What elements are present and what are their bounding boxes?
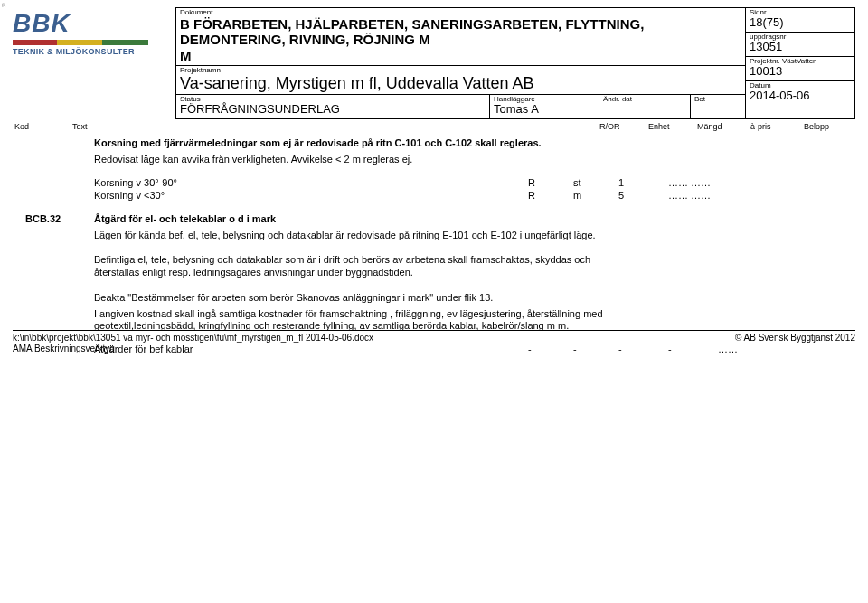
dokument-value-line2: M <box>180 48 192 63</box>
row-mangd: 5 <box>618 190 668 201</box>
handlaggare-value: Tomas A <box>490 103 599 118</box>
row-apris <box>668 177 718 188</box>
row-belopp <box>718 177 768 188</box>
section-p1: Lägen för kända bef. el, tele, belysning… <box>94 230 637 242</box>
row-text: Korsning v 30°-90° <box>94 177 528 188</box>
logo-subtitle: TEKNIK & MILJÖKONSULTER <box>13 47 166 56</box>
logo: BBK TEKNIK & MILJÖKONSULTER <box>13 9 166 56</box>
uppdragsnr-value: 13051 <box>746 41 854 56</box>
projektnamn-label: Projektnamn <box>176 66 745 74</box>
table-row: Korsning v 30°-90° R st 1 <box>94 177 855 188</box>
section-p3: Beakta "Bestämmelser för arbeten som ber… <box>94 292 637 305</box>
section-title: Åtgärd för el- och telekablar o d i mark <box>94 213 637 226</box>
row-ror: R <box>528 190 573 201</box>
logo-text: BBK <box>13 9 166 38</box>
page-corner-mark: ᴿ <box>2 2 5 12</box>
document-header: BBK TEKNIK & MILJÖKONSULTER Dokument B F… <box>13 7 855 119</box>
intro-p1: Korsning med fjärrvärmeledningar som ej … <box>94 137 637 150</box>
dokument-value-line1: B FÖRARBETEN, HJÄLPARBETEN, SANERINGSARB… <box>180 16 644 47</box>
footer-tool: AMA Beskrivningsverktyg <box>13 344 373 354</box>
logo-stripe-icon <box>13 40 148 45</box>
bet-label: Bet <box>691 95 745 103</box>
row-enhet: st <box>573 177 618 188</box>
bet-value <box>691 103 745 105</box>
row-belopp <box>718 190 768 201</box>
col-belopp: Belopp <box>802 121 855 132</box>
status-value: FÖRFRÅGNINGSUNDERLAG <box>176 103 489 118</box>
projektnamn-value: Va-sanering, Myrstigen m fl, Uddevalla V… <box>176 74 745 95</box>
col-apris: à-pris <box>749 121 802 132</box>
col-mangd: Mängd <box>695 121 749 132</box>
footer-copyright: © AB Svensk Byggtjänst 2012 <box>735 333 855 354</box>
andr-value <box>599 103 690 105</box>
row-text: Korsning v <30° <box>94 190 528 201</box>
andr-label: Ändr. dat <box>599 95 690 103</box>
col-ror: R/OR <box>598 121 646 132</box>
row-ror: R <box>528 177 573 188</box>
footer-path: k:\in\bbk\projekt\bbk\13051 va myr- och … <box>13 333 373 344</box>
col-kod: Kod <box>13 121 71 132</box>
section-p2: Befintliga el, tele, belysning och datak… <box>94 254 637 279</box>
row-apris <box>668 190 718 201</box>
dokument-label: Dokument <box>176 8 745 16</box>
column-headers: Kod Text R/OR Enhet Mängd à-pris Belopp <box>13 121 855 132</box>
sidnr-value: 18(75) <box>746 16 854 32</box>
row-enhet: m <box>573 190 618 201</box>
page-footer: k:\in\bbk\projekt\bbk\13051 va myr- och … <box>13 330 855 354</box>
datum-value: 2014-05-06 <box>746 90 854 105</box>
dokument-value: B FÖRARBETEN, HJÄLPARBETEN, SANERINGSARB… <box>176 16 745 65</box>
section-p4: I angiven kostnad skall ingå samtliga ko… <box>94 308 637 334</box>
section-kod: BCB.32 <box>25 213 61 224</box>
col-text: Text <box>71 121 598 132</box>
col-enhet: Enhet <box>646 121 695 132</box>
table-row: Korsning v <30° R m 5 <box>94 190 855 201</box>
intro-p2: Redovisat läge kan avvika från verklighe… <box>94 154 637 166</box>
projektnr-value: 10013 <box>746 65 854 80</box>
row-mangd: 1 <box>618 177 668 188</box>
